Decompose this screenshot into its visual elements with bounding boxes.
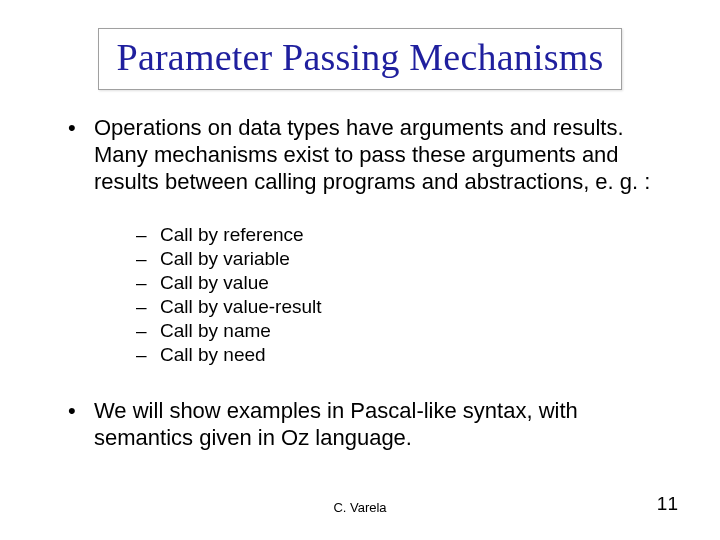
slide: Parameter Passing Mechanisms • Operation… bbox=[0, 0, 720, 540]
sub-text: Call by reference bbox=[160, 223, 304, 247]
sub-text: Call by value-result bbox=[160, 295, 322, 319]
sub-list: – Call by reference – Call by variable –… bbox=[68, 223, 670, 367]
sub-text: Call by need bbox=[160, 343, 266, 367]
bullet-marker: • bbox=[68, 397, 94, 425]
bullet-item: • Operations on data types have argument… bbox=[68, 114, 670, 195]
content-area: • Operations on data types have argument… bbox=[50, 114, 670, 451]
dash-marker: – bbox=[136, 223, 160, 247]
dash-marker: – bbox=[136, 295, 160, 319]
sub-item: – Call by reference bbox=[136, 223, 670, 247]
sub-item: – Call by value-result bbox=[136, 295, 670, 319]
dash-marker: – bbox=[136, 319, 160, 343]
sub-text: Call by name bbox=[160, 319, 271, 343]
footer-author: C. Varela bbox=[0, 500, 720, 515]
bullet-text: We will show examples in Pascal-like syn… bbox=[94, 397, 670, 451]
sub-item: – Call by variable bbox=[136, 247, 670, 271]
title-container: Parameter Passing Mechanisms bbox=[98, 28, 623, 90]
sub-item: – Call by name bbox=[136, 319, 670, 343]
sub-text: Call by value bbox=[160, 271, 269, 295]
sub-item: – Call by value bbox=[136, 271, 670, 295]
dash-marker: – bbox=[136, 271, 160, 295]
bullet-text: Operations on data types have arguments … bbox=[94, 114, 670, 195]
sub-text: Call by variable bbox=[160, 247, 290, 271]
bullet-marker: • bbox=[68, 114, 94, 142]
bullet-item: • We will show examples in Pascal-like s… bbox=[68, 397, 670, 451]
dash-marker: – bbox=[136, 343, 160, 367]
dash-marker: – bbox=[136, 247, 160, 271]
slide-title: Parameter Passing Mechanisms bbox=[117, 35, 604, 79]
page-number: 11 bbox=[657, 493, 678, 515]
sub-item: – Call by need bbox=[136, 343, 670, 367]
